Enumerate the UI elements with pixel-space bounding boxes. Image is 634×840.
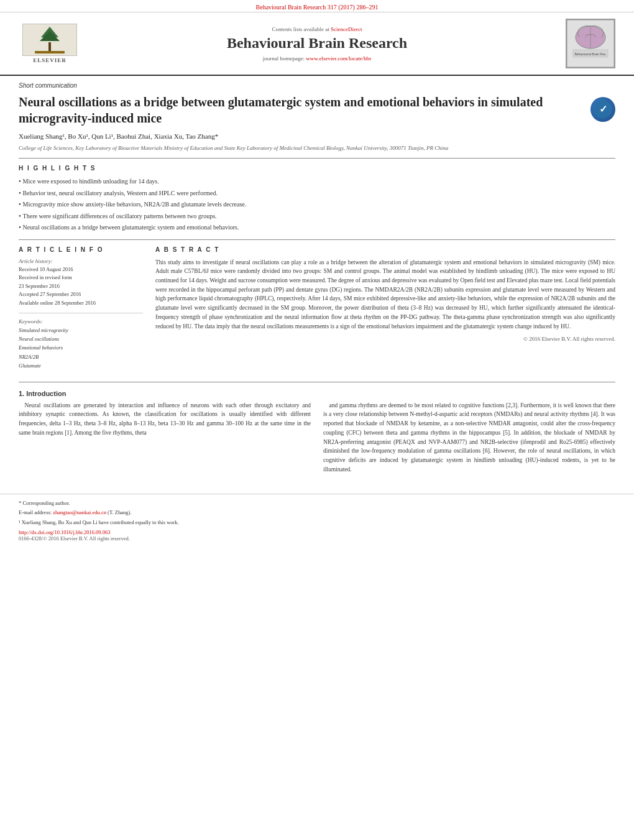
journal-citation-link[interactable]: Behavioural Brain Research 317 (2017) 28… <box>256 4 379 11</box>
keyword-item: Glutamate <box>19 361 143 370</box>
article-title-row: Neural oscillations as a bridge between … <box>19 94 615 126</box>
doi-link[interactable]: http://dx.doi.org/10.1016/j.bbr.2016.09.… <box>19 529 615 535</box>
journal-url[interactable]: www.elsevier.com/locate/bbr <box>306 55 371 62</box>
list-item: Microgravity mice show anxiety-like beha… <box>19 198 615 210</box>
intro-col-left: Neural oscillations are generated by int… <box>19 401 311 478</box>
brain-journal-logo: Behavioural Brain Res. <box>566 19 615 68</box>
highlights-section: H I G H L I G H T S Mice were exposed to… <box>19 165 615 233</box>
brain-logo-container: Behavioural Brain Res. <box>553 19 615 68</box>
section1-heading: 1. Introduction <box>19 390 615 397</box>
list-item: There were significant differences of os… <box>19 210 615 222</box>
elsevier-text: ELSEVIER <box>33 57 67 63</box>
intro-para-left: Neural oscillations are generated by int… <box>19 401 311 438</box>
equal-contribution-footnote: ¹ Xueliang Shang, Bo Xu and Qun Li have … <box>19 519 615 527</box>
keywords-label: Keywords: <box>19 318 143 325</box>
keyword-item: Emotional behaviors <box>19 343 143 352</box>
email-link[interactable]: zhangtao@nankai.edu.cn <box>53 509 106 515</box>
list-item: Behavior test, neural oscillatory analys… <box>19 187 615 199</box>
corresponding-footnote: * Corresponding author. <box>19 499 615 507</box>
keywords-list: Simulated microgravity Neural oscillatio… <box>19 326 143 371</box>
intro-para-right: and gamma rhythms are deemed to be most … <box>323 401 615 474</box>
journal-homepage: journal homepage: www.elsevier.com/locat… <box>81 55 553 62</box>
intro-columns: Neural oscillations are generated by int… <box>19 401 615 478</box>
issn-line: 0166-4328/© 2016 Elsevier B.V. All right… <box>19 535 615 542</box>
journal-header: ELSEVIER Contents lists available at Sci… <box>0 12 634 76</box>
intro-col-right: and gamma rhythms are deemed to be most … <box>323 401 615 478</box>
accepted-date: Accepted 27 September 2016 <box>19 290 143 299</box>
highlights-list: Mice were exposed to hindlimb unloading … <box>19 175 615 233</box>
journal-name: Behavioural Brain Research <box>81 35 553 52</box>
list-item: Mice were exposed to hindlimb unloading … <box>19 175 615 187</box>
article-history: Article history: Received 10 August 2016… <box>19 258 143 308</box>
contents-available: Contents lists available at ScienceDirec… <box>81 26 553 32</box>
received-revised-label: Received in revised form <box>19 274 143 282</box>
svg-rect-1 <box>48 42 51 52</box>
abstract-title: A B S T R A C T <box>155 246 615 253</box>
affiliation: College of Life Sciences, Key Laboratory… <box>19 144 615 152</box>
abstract-column: A B S T R A C T This study aims to inves… <box>155 246 615 376</box>
keyword-item: Neural oscillations <box>19 335 143 343</box>
svg-text:Behavioural Brain Res.: Behavioural Brain Res. <box>574 52 606 56</box>
article-info-title: A R T I C L E I N F O <box>19 246 143 253</box>
email-footnote: E-mail address: zhangtao@nankai.edu.cn (… <box>19 509 615 517</box>
abstract-text: This study aims to investigate if neural… <box>155 258 615 331</box>
info-divider <box>19 313 143 313</box>
list-item: Neural oscillations as a bridge between … <box>19 221 615 233</box>
info-abstract-columns: A R T I C L E I N F O Article history: R… <box>19 246 615 376</box>
received-date: Received 10 August 2016 <box>19 265 143 274</box>
article-title: Neural oscillations as a bridge between … <box>19 94 584 126</box>
highlights-title: H I G H L I G H T S <box>19 165 615 172</box>
journal-title-area: Contents lists available at ScienceDirec… <box>81 26 553 62</box>
elsevier-logo-container: ELSEVIER <box>19 24 81 63</box>
divider-bottom <box>19 382 615 382</box>
copyright: © 2016 Elsevier B.V. All rights reserved… <box>155 336 615 342</box>
footer-area: * Corresponding author. E-mail address: … <box>0 494 634 548</box>
history-label: Article history: <box>19 258 143 264</box>
online-date: Available online 28 September 2016 <box>19 299 143 308</box>
keyword-item: NR2A/2B <box>19 353 143 361</box>
divider-top <box>19 158 615 159</box>
elsevier-tree-icon <box>22 24 77 56</box>
divider-mid <box>19 239 615 240</box>
keywords-section: Keywords: Simulated microgravity Neural … <box>19 318 143 371</box>
article-info-column: A R T I C L E I N F O Article history: R… <box>19 246 143 376</box>
main-content: Short communication Neural oscillations … <box>0 76 634 484</box>
revised-date: 23 September 2016 <box>19 282 143 291</box>
authors: Xueliang Shang¹, Bo Xu¹, Qun Li¹, Baohui… <box>19 131 615 142</box>
section-type: Short communication <box>19 82 615 89</box>
crossmark-badge[interactable]: ✓ <box>590 97 615 122</box>
keyword-item: Simulated microgravity <box>19 326 143 335</box>
svg-rect-4 <box>35 51 65 53</box>
page-wrapper: Behavioural Brain Research 317 (2017) 28… <box>0 0 634 840</box>
svg-text:✓: ✓ <box>599 104 607 114</box>
sciencedirect-link[interactable]: ScienceDirect <box>331 26 362 32</box>
journal-citation-bar: Behavioural Brain Research 317 (2017) 28… <box>0 0 634 12</box>
